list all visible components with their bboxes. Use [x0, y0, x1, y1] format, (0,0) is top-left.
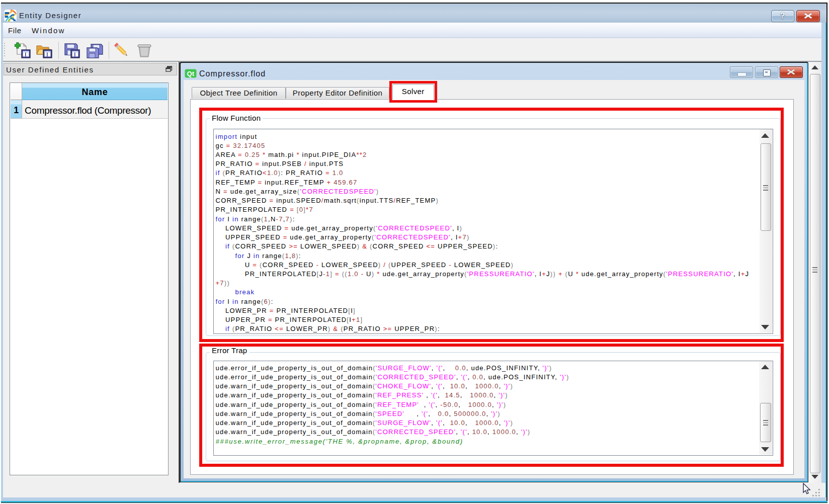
svg-text:Qt: Qt	[187, 69, 195, 77]
